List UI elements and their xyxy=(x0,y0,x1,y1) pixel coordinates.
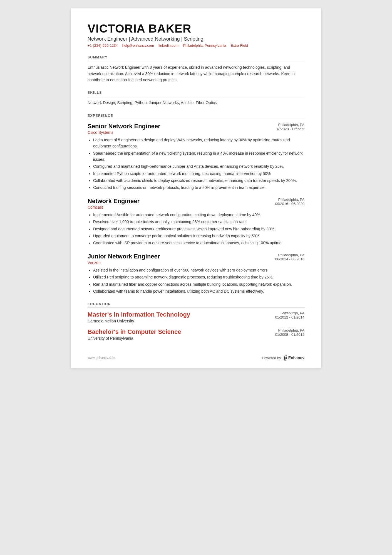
exp-job-title-1: Network Engineer xyxy=(88,198,140,205)
bullet-2-1: Utilized Perl scripting to streamline ne… xyxy=(93,274,304,280)
edu-degree-1: Bachelor's in Computer Science xyxy=(88,328,181,336)
contact-info: +1-(234)-555-1234 help@enhancv.com linke… xyxy=(88,43,304,48)
exp-company-0: Cisco Systems xyxy=(88,130,160,135)
bullet-0-0: Led a team of 5 engineers to design and … xyxy=(93,137,304,149)
bullet-0-3: Implemented Python scripts for automated… xyxy=(93,171,304,177)
exp-job-title-2: Junior Network Engineer xyxy=(88,253,160,260)
exp-dates-1: 09/2016 - 06/2020 xyxy=(275,202,304,206)
bullet-1-2: Designed and documented network architec… xyxy=(93,226,304,232)
contact-phone: +1-(234)-555-1234 xyxy=(88,43,118,48)
exp-loc-date-1: Philadelphia, PA 09/2016 - 06/2020 xyxy=(275,198,304,206)
bullet-0-2: Configured and maintained high-performan… xyxy=(93,163,304,169)
edu-location-0: Pittsburgh, PA xyxy=(275,311,304,315)
bullet-2-0: Assisted in the installation and configu… xyxy=(93,267,304,273)
candidate-name: VICTORIA BAKER xyxy=(88,22,304,35)
exp-bullets-1: Implemented Ansible for automated networ… xyxy=(88,212,304,246)
footer-website: www.enhancv.com xyxy=(88,356,115,360)
edu-degree-0: Master's in Information Technology xyxy=(88,311,190,318)
edu-loc-date-0: Pittsburgh, PA 01/2012 - 01/2014 xyxy=(275,311,304,319)
edu-entry-1: Bachelor's in Computer Science Universit… xyxy=(88,328,304,341)
footer-powered-by: Powered by xyxy=(262,356,281,360)
exp-title-company-2: Junior Network Engineer Verizon xyxy=(88,253,160,265)
exp-bullets-0: Led a team of 5 engineers to design and … xyxy=(88,137,304,191)
exp-location-1: Philadelphia, PA xyxy=(275,198,304,202)
experience-title: EXPERIENCE xyxy=(88,114,304,119)
edu-location-1: Philadelphia, PA xyxy=(275,328,304,332)
bullet-0-1: Spearheaded the implementation of a new … xyxy=(93,150,304,163)
exp-title-company-1: Network Engineer Comcast xyxy=(88,198,140,209)
exp-title-company-0: Senior Network Engineer Cisco Systems xyxy=(88,123,160,135)
bullet-1-3: Upgraded equipment to converge packet op… xyxy=(93,233,304,239)
page-footer: www.enhancv.com Powered by ∯ Enhancv xyxy=(88,355,304,361)
edu-school-0: Carnegie Mellon University xyxy=(88,319,190,323)
skills-section: SKILLS Network Design, Scripting, Python… xyxy=(88,91,304,106)
edu-header-1: Bachelor's in Computer Science Universit… xyxy=(88,328,304,341)
exp-company-2: Verizon xyxy=(88,260,160,265)
footer-brand: Powered by ∯ Enhancv xyxy=(262,355,304,361)
bullet-2-2: Ran and maintained fiber and copper conn… xyxy=(93,281,304,287)
exp-header-1: Network Engineer Comcast Philadelphia, P… xyxy=(88,198,304,209)
exp-bullets-2: Assisted in the installation and configu… xyxy=(88,267,304,295)
edu-header-0: Master's in Information Technology Carne… xyxy=(88,311,304,323)
header-section: VICTORIA BAKER Network Engineer | Advanc… xyxy=(88,22,304,48)
bullet-1-1: Resolved over 1,000 trouble tickets annu… xyxy=(93,219,304,225)
brand-name: Enhancv xyxy=(288,356,304,360)
education-title: EDUCATION xyxy=(88,302,304,308)
bullet-0-5: Conducted training sessions on network p… xyxy=(93,184,304,191)
bullet-1-0: Implemented Ansible for automated networ… xyxy=(93,212,304,218)
edu-dates-0: 01/2012 - 01/2014 xyxy=(275,315,304,319)
skills-text: Network Design, Scripting, Python, Junip… xyxy=(88,100,304,106)
summary-text: Enthusiastic Network Engineer with 8 yea… xyxy=(88,64,304,83)
bullet-1-4: Coordinated with ISP providers to ensure… xyxy=(93,240,304,246)
exp-loc-date-0: Philadelphia, PA 07/2020 - Present xyxy=(276,123,304,131)
education-section: EDUCATION Master's in Information Techno… xyxy=(88,302,304,341)
logo-icon: ∯ xyxy=(283,355,287,361)
exp-loc-date-2: Philadelphia, PA 06/2014 - 08/2016 xyxy=(275,253,304,261)
exp-header-2: Junior Network Engineer Verizon Philadel… xyxy=(88,253,304,265)
skills-title: SKILLS xyxy=(88,91,304,96)
edu-entry-0: Master's in Information Technology Carne… xyxy=(88,311,304,323)
bullet-0-4: Collaborated with academic clients to de… xyxy=(93,177,304,184)
enhancv-logo: ∯ Enhancv xyxy=(283,355,304,361)
exp-header-0: Senior Network Engineer Cisco Systems Ph… xyxy=(88,123,304,135)
edu-dates-1: 01/2008 - 01/2012 xyxy=(275,332,304,337)
exp-entry-0: Senior Network Engineer Cisco Systems Ph… xyxy=(88,123,304,191)
contact-email: help@enhancv.com xyxy=(122,43,154,48)
edu-loc-date-1: Philadelphia, PA 01/2008 - 01/2012 xyxy=(275,328,304,337)
contact-location: Philadelphia, Pennsylvania xyxy=(183,43,226,48)
resume-page: VICTORIA BAKER Network Engineer | Advanc… xyxy=(71,8,321,368)
exp-company-1: Comcast xyxy=(88,205,140,209)
experience-section: EXPERIENCE Senior Network Engineer Cisco… xyxy=(88,114,304,295)
contact-extra: Extra Field xyxy=(231,43,248,48)
edu-degree-school-0: Master's in Information Technology Carne… xyxy=(88,311,190,323)
exp-location-2: Philadelphia, PA xyxy=(275,253,304,257)
summary-section: SUMMARY Enthusiastic Network Engineer wi… xyxy=(88,55,304,83)
exp-entry-1: Network Engineer Comcast Philadelphia, P… xyxy=(88,198,304,246)
candidate-subtitle: Network Engineer | Advanced Networking |… xyxy=(88,36,304,42)
summary-title: SUMMARY xyxy=(88,55,304,61)
contact-linkedin: linkedin.com xyxy=(158,43,178,48)
bullet-2-3: Collaborated with teams to handle power … xyxy=(93,288,304,294)
exp-dates-2: 06/2014 - 08/2016 xyxy=(275,257,304,261)
exp-location-0: Philadelphia, PA xyxy=(276,123,304,127)
exp-dates-0: 07/2020 - Present xyxy=(276,127,304,131)
exp-job-title-0: Senior Network Engineer xyxy=(88,123,160,130)
edu-school-1: University of Pennsylvania xyxy=(88,336,181,341)
edu-degree-school-1: Bachelor's in Computer Science Universit… xyxy=(88,328,181,341)
exp-entry-2: Junior Network Engineer Verizon Philadel… xyxy=(88,253,304,295)
